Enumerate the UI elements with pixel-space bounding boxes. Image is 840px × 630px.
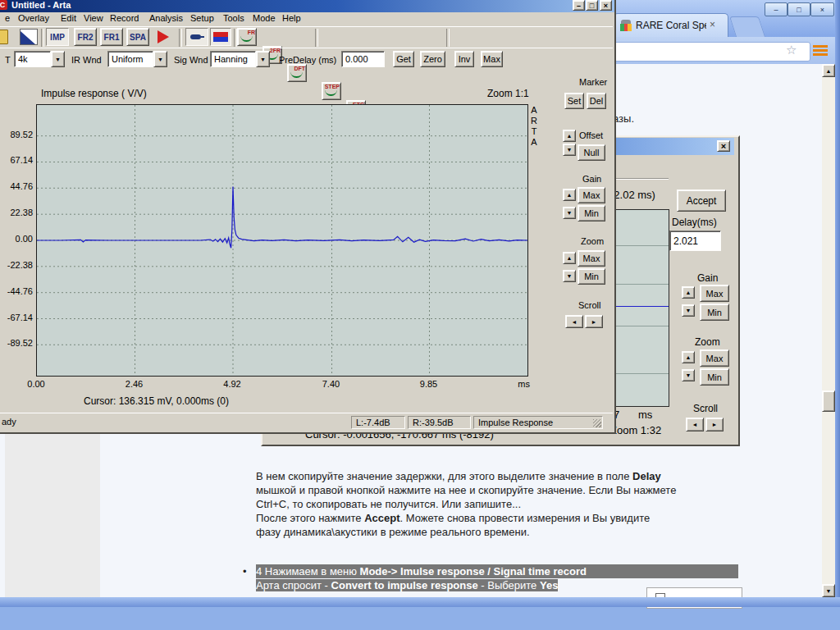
accept-button[interactable]: Accept: [677, 189, 726, 212]
chart-zoom-label: Zoom 1:1: [487, 88, 529, 99]
close-icon: ×: [820, 6, 824, 14]
browser-maximize-button[interactable]: □: [788, 2, 810, 16]
ir-wnd-label: IR Wnd: [71, 55, 102, 65]
zoom-up-button[interactable]: ▲: [682, 351, 695, 363]
scroll-down-button[interactable]: ▼: [822, 584, 835, 597]
browser-close-button[interactable]: ×: [810, 2, 834, 16]
zoom-down-button[interactable]: ▼: [563, 270, 576, 282]
offset-label: Offset: [579, 130, 603, 140]
scroll-right-button[interactable]: ►: [585, 315, 603, 328]
menu-edit[interactable]: Edit: [59, 12, 78, 24]
browser-tab[interactable]: RARE Coral Speak ×: [614, 13, 728, 38]
sig-wnd-select[interactable]: Hanning▼: [210, 51, 270, 67]
gain-up-button[interactable]: ▲: [682, 286, 695, 299]
x-axis-tick-label: 2.46: [118, 379, 151, 389]
y-axis-tick-label: 0.00: [0, 234, 33, 244]
resize-grip-icon[interactable]: [593, 419, 601, 427]
minimize-icon: –: [577, 2, 581, 10]
paragraph-line: В нем скопируйте значение задержки, для …: [256, 469, 661, 483]
scroll-up-button[interactable]: ▲: [822, 64, 835, 77]
tab-close-icon[interactable]: ×: [710, 19, 715, 30]
signal-view-icon[interactable]: [210, 28, 231, 46]
gain-max-button[interactable]: Max: [578, 187, 605, 203]
scrollbar-thumb[interactable]: [822, 390, 835, 412]
arta-side-panel: Marker Set Del ▲ Offset ▼ Null Gain ▲ Ma…: [559, 71, 614, 412]
marker-set-button[interactable]: Set: [564, 93, 584, 109]
y-axis-tick-label: -44.76: [0, 286, 33, 296]
offset-up-button[interactable]: ▲: [563, 130, 576, 142]
predelay-input[interactable]: [341, 51, 385, 67]
status-left-db: L:-7.4dB: [351, 416, 405, 429]
gain-max-button[interactable]: Max: [700, 285, 729, 302]
arta-maximize-button[interactable]: □: [586, 0, 598, 11]
gain-down-button[interactable]: ▼: [563, 207, 576, 219]
menu-view[interactable]: View: [82, 12, 105, 24]
paragraph-line: мышкой и правой кнопкой нажмите на нее и…: [256, 483, 676, 497]
dialog-zoom-label: Zoom: [695, 336, 720, 348]
scroll-left-button[interactable]: ◄: [686, 418, 704, 431]
y-axis-tick-label: 22.38: [0, 208, 33, 217]
browser-menu-icon[interactable]: [813, 45, 829, 57]
y-axis-tick-label: 44.76: [0, 181, 33, 191]
menu-setup[interactable]: Setup: [189, 12, 216, 24]
status-right-db: R:-39.5dB: [408, 416, 471, 429]
menu-mode[interactable]: Mode: [251, 12, 277, 24]
zoom-min-button[interactable]: Min: [700, 368, 729, 386]
arta-vertical-logo: A R T A: [528, 105, 540, 148]
dialog-close-button[interactable]: ×: [717, 140, 730, 152]
gain-down-button[interactable]: ▼: [682, 304, 695, 317]
browser-minimize-button[interactable]: –: [765, 2, 788, 16]
impulse-response-plot[interactable]: [36, 104, 528, 377]
browser-scrollbar[interactable]: ▲ ▼: [822, 64, 835, 597]
scroll-up-icon: ▲: [826, 68, 832, 74]
delay-input[interactable]: [669, 231, 721, 251]
gain-min-button[interactable]: Min: [578, 205, 605, 221]
dialog-header-note: (2.02 ms): [610, 189, 655, 201]
menu-analysis[interactable]: Analysis: [148, 12, 185, 24]
mode-imp-button[interactable]: IMP: [46, 28, 69, 46]
gain-min-button[interactable]: Min: [700, 304, 729, 321]
zero-button[interactable]: Zero: [420, 51, 445, 67]
mode-fr2-button[interactable]: FR2: [74, 28, 97, 46]
gain-label: Gain: [582, 174, 601, 184]
menu-record[interactable]: Record: [108, 12, 140, 24]
gain-up-button[interactable]: ▲: [563, 189, 576, 201]
paragraph-line: После этого нажмите Accept. Можете снова…: [256, 511, 650, 525]
arta-window: C Untitled - Arta – □ × e Overlay Edit V…: [0, 0, 616, 434]
offset-down-button[interactable]: ▼: [563, 144, 576, 156]
arta-minimize-button[interactable]: –: [573, 0, 585, 11]
bookmark-star-icon[interactable]: ☆: [786, 43, 797, 57]
x-axis-tick-label: 9.85: [412, 379, 445, 389]
step-tool-icon[interactable]: STEP: [322, 82, 341, 100]
zoom-max-button[interactable]: Max: [578, 250, 605, 267]
scroll-left-button[interactable]: ◄: [565, 315, 583, 328]
menu-tools[interactable]: Tools: [221, 12, 246, 24]
inv-button[interactable]: Inv: [454, 51, 474, 67]
mode-fr1-button[interactable]: FR1: [100, 28, 123, 46]
play-icon[interactable]: [158, 30, 169, 43]
mode-spa-button[interactable]: SPA: [126, 28, 149, 46]
arta-close-button[interactable]: ×: [600, 0, 612, 11]
zoom-up-button[interactable]: ▲: [563, 252, 576, 264]
zoom-min-button[interactable]: Min: [578, 268, 605, 285]
menu-help[interactable]: Help: [281, 12, 303, 24]
delay-label: Delay(ms): [672, 217, 717, 228]
x-axis-tick-label: 4.92: [216, 379, 249, 389]
get-button[interactable]: Get: [393, 51, 414, 67]
desktop: RARE Coral Speak × – □ × ☆ азы. В нем ск…: [0, 0, 840, 630]
scroll-right-button[interactable]: ►: [705, 418, 724, 431]
fr-tool-icon[interactable]: FR: [237, 28, 257, 46]
new-tab-button[interactable]: [729, 16, 765, 37]
ir-wnd-select[interactable]: Uniform▼: [107, 51, 167, 67]
webstore-favicon: [620, 20, 632, 31]
arta-titlebar[interactable]: C Untitled - Arta – □ ×: [0, 0, 616, 12]
zoom-max-button[interactable]: Max: [700, 349, 729, 367]
paragraph-line: Ctrl+C, то скопировать не получится. Или…: [256, 497, 521, 511]
sig-wnd-label: Sig Wnd: [174, 55, 208, 65]
close-icon: ×: [604, 2, 608, 10]
microphone-icon[interactable]: [185, 28, 208, 46]
offset-null-button[interactable]: Null: [578, 144, 605, 161]
max-button[interactable]: Max: [481, 51, 503, 67]
zoom-down-button[interactable]: ▼: [682, 369, 695, 381]
marker-del-button[interactable]: Del: [587, 93, 606, 109]
